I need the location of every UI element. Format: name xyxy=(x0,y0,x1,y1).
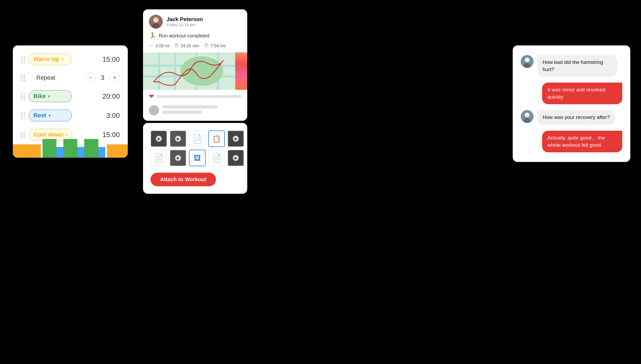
rest-label: Rest xyxy=(33,112,46,119)
media-item-6[interactable]: 📄 xyxy=(150,150,167,166)
repeat-label: Repeat xyxy=(36,74,86,81)
rest-chevron: ▾ xyxy=(48,113,51,118)
repeat-minus-button[interactable]: − xyxy=(86,73,96,83)
run-comment-row xyxy=(143,103,247,121)
media-item-9[interactable]: 📄 xyxy=(208,150,225,166)
chat-bubble-2: It was minor and resolved quickly. xyxy=(542,83,622,104)
warmup-row: Warm Up ▾ 15:00 xyxy=(21,53,120,65)
drag-handle-rest[interactable] xyxy=(21,113,25,119)
rest-time: 3:00 xyxy=(106,111,120,120)
media-attach-card: ▶ ▶ 📄 📋 ▶ 📄 ▶ 🖼 xyxy=(143,123,247,194)
doc-icon-3: 📄 xyxy=(192,134,202,144)
run-photo xyxy=(235,52,247,90)
pace-icon: ⏱ xyxy=(204,43,209,49)
repeat-control: − 3 + xyxy=(86,73,120,83)
like-bar xyxy=(157,95,241,98)
bar-bike-3 xyxy=(84,139,98,158)
doc-selected-icon-4: 📋 xyxy=(212,135,221,143)
play-icon-2: ▶ xyxy=(175,136,181,142)
warmup-label: Warm Up xyxy=(33,56,59,63)
video-overlay-10: ▶ xyxy=(228,150,244,166)
chat-bubble-1: How bad did the hamstring hurt? xyxy=(537,55,617,77)
chat-message-3: How was your recovery after? xyxy=(521,110,622,125)
run-activity-icon: 🏃 xyxy=(149,32,156,39)
media-item-3[interactable]: 📄 xyxy=(189,130,206,147)
media-item-2[interactable]: ▶ xyxy=(170,130,186,147)
run-like-row: ❤ xyxy=(143,90,247,103)
svg-point-1 xyxy=(153,17,159,23)
comment-line-2 xyxy=(162,111,202,114)
chat-avatar-1 xyxy=(521,55,534,68)
commenter-avatar xyxy=(149,105,159,115)
svg-point-10 xyxy=(180,56,223,86)
doc-icon-9: 📄 xyxy=(212,153,222,163)
video-overlay-5: ▶ xyxy=(228,131,244,146)
repeat-row: Repeat − 3 + xyxy=(21,73,120,83)
chat-message-4: Actually, quite good… the whole workout … xyxy=(521,131,622,152)
repeat-count: 3 xyxy=(99,74,106,82)
heart-icon[interactable]: ❤ xyxy=(149,93,154,100)
media-item-5[interactable]: ▶ xyxy=(227,130,244,147)
warmup-time: 15:00 xyxy=(102,55,120,64)
warmup-chevron: ▾ xyxy=(61,57,63,62)
video-overlay-2: ▶ xyxy=(170,131,186,146)
run-workout-card: Jack Peterson Friday 10:15 am 🏃 Run work… xyxy=(143,9,247,121)
rest-row: Rest ▾ 3:00 xyxy=(21,110,120,121)
bar-bike-1 xyxy=(43,139,56,158)
media-item-7[interactable]: ▶ xyxy=(170,150,186,166)
play-icon-5: ▶ xyxy=(233,136,239,142)
time-value: 24:25 min xyxy=(180,44,199,48)
run-stat-pace: ⏱ 7:54 /mi xyxy=(204,43,226,49)
video-overlay-1: ▶ xyxy=(151,131,167,146)
workout-builder-card: Warm Up ▾ 15:00 Repeat − 3 + Bike ▾ 20:0… xyxy=(13,45,128,158)
play-icon-10: ▶ xyxy=(233,155,239,161)
user-avatar xyxy=(149,15,163,29)
user-name: Jack Peterson xyxy=(167,16,241,22)
run-activity-text: Run workout completed xyxy=(159,33,209,39)
chat-message-2: It was minor and resolved quickly. xyxy=(521,83,622,104)
repeat-plus-button[interactable]: + xyxy=(110,73,120,83)
bike-row: Bike ▾ 20:00 xyxy=(21,90,120,102)
play-icon-7: ▶ xyxy=(175,155,181,161)
bar-cooldown xyxy=(107,144,128,158)
media-item-1[interactable]: ▶ xyxy=(150,130,167,147)
user-post-time: Friday 10:15 am xyxy=(167,22,241,27)
image-selected-icon-8: 🖼 xyxy=(194,154,201,162)
chat-bubble-3: How was your recovery after? xyxy=(537,110,615,125)
distance-icon: ↔ xyxy=(149,43,154,49)
drag-handle-bike[interactable] xyxy=(21,93,25,99)
drag-handle-warmup[interactable] xyxy=(21,56,25,63)
chat-avatar-3 xyxy=(521,110,534,123)
chat-bubble-4: Actually, quite good… the whole workout … xyxy=(542,131,622,152)
run-header: Jack Peterson Friday 10:15 am xyxy=(143,9,247,32)
bike-time: 20:00 xyxy=(102,92,120,100)
bar-rest-1 xyxy=(56,147,63,158)
chat-card: How bad did the hamstring hurt? It was m… xyxy=(513,45,630,162)
media-grid: ▶ ▶ 📄 📋 ▶ 📄 ▶ 🖼 xyxy=(150,130,240,166)
time-icon: ⏱ xyxy=(174,43,179,49)
run-stats-row: ↔ 3.09 mi ⏱ 24:25 min ⏱ 7:54 /mi xyxy=(143,43,247,52)
run-map xyxy=(143,52,247,90)
media-item-10[interactable]: ▶ xyxy=(227,150,244,166)
media-item-4[interactable]: 📋 xyxy=(208,130,225,147)
pace-value: 7:54 /mi xyxy=(211,44,226,48)
svg-point-12 xyxy=(525,57,530,62)
user-info: Jack Peterson Friday 10:15 am xyxy=(167,16,241,27)
run-stat-distance: ↔ 3.09 mi xyxy=(149,43,169,49)
run-stat-time: ⏱ 24:25 min xyxy=(174,43,199,49)
rest-pill[interactable]: Rest ▾ xyxy=(29,110,72,121)
chat-message-1: How bad did the hamstring hurt? xyxy=(521,55,622,77)
bar-warmup xyxy=(13,144,41,158)
play-icon-1: ▶ xyxy=(156,136,162,142)
bike-pill[interactable]: Bike ▾ xyxy=(29,90,72,102)
bar-rest-2 xyxy=(77,147,84,158)
comment-line-1 xyxy=(162,105,218,109)
warmup-pill[interactable]: Warm Up ▾ xyxy=(29,53,72,65)
bike-chevron: ▾ xyxy=(48,94,50,99)
svg-point-2 xyxy=(152,23,160,29)
media-item-8[interactable]: 🖼 xyxy=(189,150,206,166)
drag-handle-repeat[interactable] xyxy=(21,75,25,81)
distance-value: 3.09 mi xyxy=(155,44,169,48)
attach-to-workout-button[interactable]: Attach to Workout xyxy=(150,173,216,186)
svg-point-15 xyxy=(525,113,530,117)
